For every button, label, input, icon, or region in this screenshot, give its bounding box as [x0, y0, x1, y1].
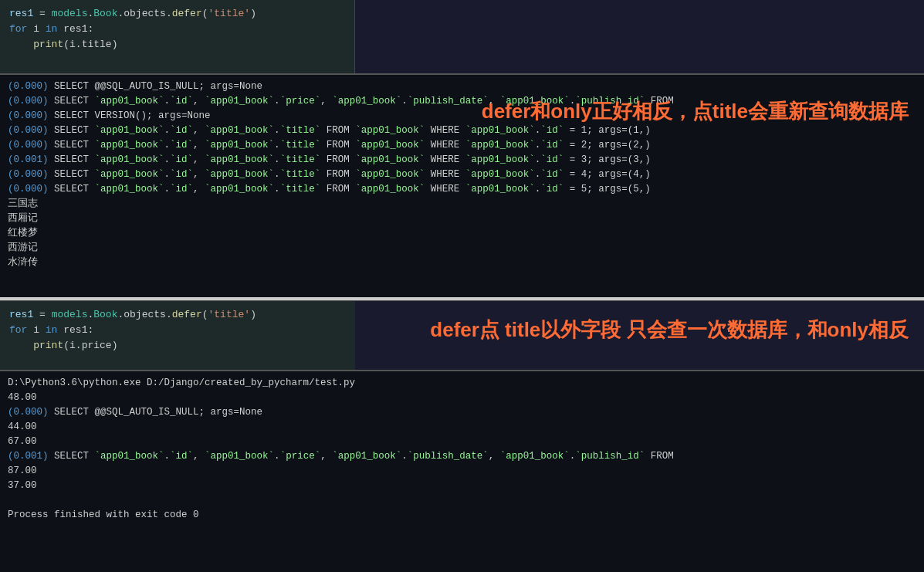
top-editor: res1 = models.Book.objects.defer('title'…	[0, 0, 924, 73]
code-line-1: res1 = models.Book.objects.defer('title'…	[9, 6, 345, 22]
t1-line-8: (0.000) SELECT `app01_book`.`id`, `app01…	[8, 182, 916, 197]
section2-annotation: defer点 title以外字段 只会查一次数据库，和only相反	[430, 316, 909, 344]
t2-line-4: 67.00	[8, 435, 916, 449]
terminal1-annotation: defer和only正好相反，点title会重新查询数据库	[482, 98, 909, 125]
t1-book-3: 红楼梦	[8, 226, 916, 241]
t2-line-3: 44.00	[8, 420, 916, 435]
code-line-2: for i in res1:	[9, 22, 345, 37]
terminal-2: D:\Python3.6\python.exe D:/Django/create…	[0, 370, 924, 572]
t1-line-7: (0.000) SELECT `app01_book`.`id`, `app01…	[8, 168, 916, 182]
t1-book-1: 三国志	[8, 197, 916, 212]
t2-line-exit: Process finished with exit code 0	[8, 508, 916, 523]
t1-book-4: 西游记	[8, 241, 916, 256]
t2-line-2: (0.000) SELECT @@SQL_AUTO_IS_NULL; args=…	[8, 405, 916, 420]
t1-book-5: 水浒传	[8, 256, 916, 270]
t2-line-7: 37.00	[8, 479, 916, 493]
t2-line-path: D:\Python3.6\python.exe D:/Django/create…	[8, 376, 916, 391]
code2-line-3: print(i.price)	[9, 338, 346, 354]
t2-line-6: 87.00	[8, 464, 916, 479]
t1-book-2: 西厢记	[8, 212, 916, 226]
main-container: res1 = models.Book.objects.defer('title'…	[0, 0, 924, 572]
t1-line-1: (0.000) SELECT @@SQL_AUTO_IS_NULL; args=…	[8, 80, 916, 94]
code2-line-1: res1 = models.Book.objects.defer('title'…	[9, 307, 346, 323]
t2-line-8	[8, 493, 916, 508]
t1-line-4: (0.000) SELECT `app01_book`.`id`, `app01…	[8, 124, 916, 138]
code-panel-top: res1 = models.Book.objects.defer('title'…	[0, 0, 355, 73]
code2-line-2: for i in res1:	[9, 323, 346, 338]
t1-line-6: (0.001) SELECT `app01_book`.`id`, `app01…	[8, 153, 916, 168]
t2-line-1: 48.00	[8, 391, 916, 405]
t2-line-5: (0.001) SELECT `app01_book`.`id`, `app01…	[8, 449, 916, 464]
editor-2-row: res1 = models.Book.objects.defer('title'…	[0, 300, 924, 370]
code-line-3: print(i.title)	[9, 37, 345, 52]
code-panel-2: res1 = models.Book.objects.defer('title'…	[0, 301, 355, 370]
terminal-1: (0.000) SELECT @@SQL_AUTO_IS_NULL; args=…	[0, 73, 924, 297]
t1-line-5: (0.000) SELECT `app01_book`.`id`, `app01…	[8, 138, 916, 153]
